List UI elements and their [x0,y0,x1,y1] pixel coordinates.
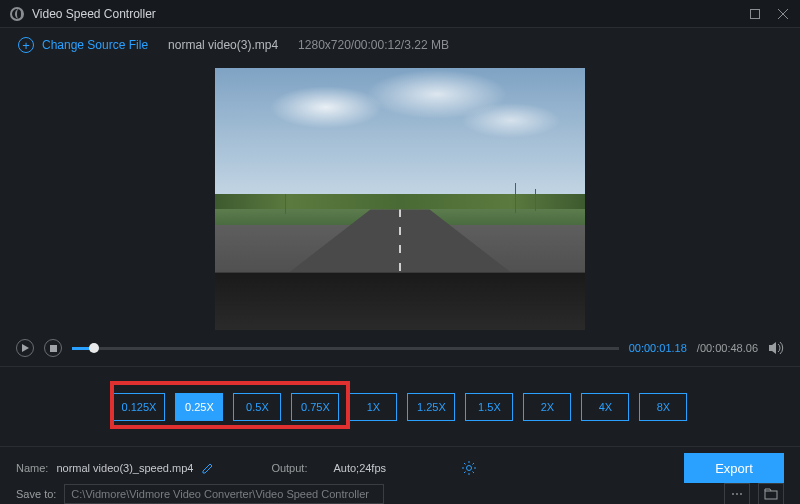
saveto-label: Save to: [16,488,56,500]
export-button[interactable]: Export [684,453,784,483]
speed-option-1-5x[interactable]: 1.5X [465,393,513,421]
stop-button[interactable] [44,339,62,357]
speed-option-0-5x[interactable]: 0.5X [233,393,281,421]
speed-selector: 0.125X0.25X0.5X0.75X1X1.25X1.5X2X4X8X [0,366,800,446]
saveto-path[interactable]: C:\Vidmore\Vidmore Video Converter\Video… [64,484,384,504]
speed-option-2x[interactable]: 2X [523,393,571,421]
open-folder-button[interactable] [758,483,784,504]
window-title: Video Speed Controller [32,7,748,21]
speed-option-0-25x[interactable]: 0.25X [175,393,223,421]
name-value: normal video(3)_speed.mp4 [56,462,193,474]
player-controls: 00:00:01.18/00:00:48.06 [0,332,800,364]
speed-option-0-125x[interactable]: 0.125X [113,393,166,421]
close-button[interactable] [776,7,790,21]
seek-slider[interactable] [72,347,619,350]
bottom-panel: Name: normal video(3)_speed.mp4 Output: … [0,446,800,504]
seek-thumb[interactable] [89,343,99,353]
source-metadata: 1280x720/00:00:12/3.22 MB [298,38,449,52]
svg-point-6 [467,466,472,471]
speed-option-8x[interactable]: 8X [639,393,687,421]
more-options-button[interactable]: ⋯ [724,483,750,504]
maximize-button[interactable] [748,7,762,21]
svg-rect-0 [751,9,760,18]
speed-option-4x[interactable]: 4X [581,393,629,421]
video-preview[interactable] [215,68,585,330]
time-current: 00:00:01.18 [629,342,687,354]
svg-marker-5 [769,342,776,354]
speed-option-1x[interactable]: 1X [349,393,397,421]
source-filename: normal video(3).mp4 [168,38,278,52]
name-label: Name: [16,462,48,474]
change-source-button[interactable]: + Change Source File [18,37,148,53]
svg-marker-3 [22,344,29,352]
output-label: Output: [271,462,307,474]
speed-option-1-25x[interactable]: 1.25X [407,393,455,421]
volume-icon[interactable] [768,340,784,356]
edit-name-icon[interactable] [201,461,215,475]
svg-rect-7 [765,491,777,499]
toolbar: + Change Source File normal video(3).mp4… [0,28,800,62]
time-total: /00:00:48.06 [697,342,758,354]
speed-option-0-75x[interactable]: 0.75X [291,393,339,421]
plus-circle-icon: + [18,37,34,53]
preview-area [0,62,800,332]
change-source-label: Change Source File [42,38,148,52]
play-button[interactable] [16,339,34,357]
output-settings-icon[interactable] [462,461,476,475]
app-logo-icon [10,7,24,21]
svg-rect-4 [50,345,57,352]
output-value: Auto;24fps [333,462,386,474]
title-bar: Video Speed Controller [0,0,800,28]
